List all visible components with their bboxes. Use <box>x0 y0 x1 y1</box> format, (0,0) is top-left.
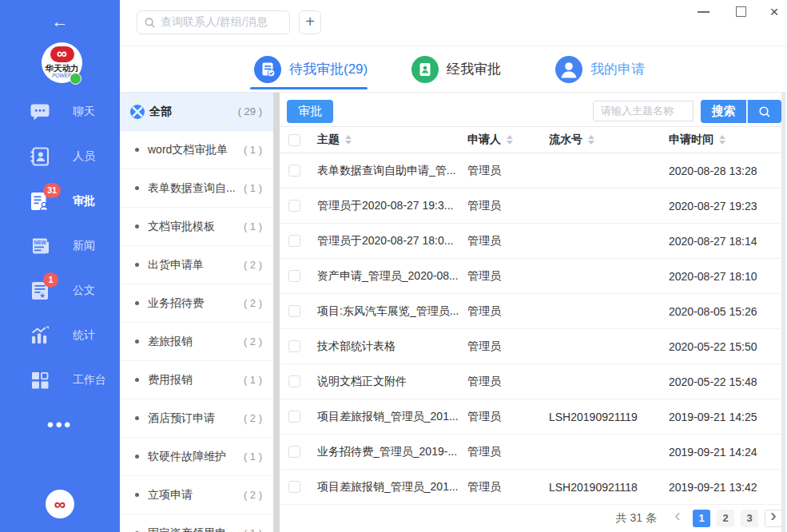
cell-subject[interactable]: 项目:东风汽车展览_管理员... <box>308 304 459 319</box>
row-checkbox[interactable] <box>288 270 300 282</box>
list-scrollbar[interactable] <box>781 93 785 532</box>
sidebar-item-label: 审批 <box>73 194 95 208</box>
category-item[interactable]: 固定资产领用申...( 1 ) <box>120 514 273 532</box>
cell-subject[interactable]: 项目差旅报销_管理员_201... <box>308 480 459 494</box>
row-checkbox[interactable] <box>288 375 300 387</box>
row-checkbox[interactable] <box>288 411 300 423</box>
page-3-button[interactable]: 3 <box>741 510 758 527</box>
next-page-button[interactable]: › <box>765 510 782 527</box>
column-header[interactable]: 申请时间 <box>659 133 781 147</box>
sidebar: ← ∞ 华天动力 POWER 聊天人员31审批NEW新闻★1公文统计工作台 ••… <box>0 0 120 532</box>
table-row[interactable]: 项目差旅报销_管理员_201...管理员LSH201909211192019-0… <box>280 399 781 435</box>
bottom-logo-icon[interactable]: ∞ <box>46 490 74 518</box>
table-row[interactable]: 说明文档正文附件管理员2020-05-22 15:48 <box>280 364 781 399</box>
sort-icon[interactable] <box>588 135 594 145</box>
category-count: ( 2 ) <box>244 489 262 501</box>
column-header[interactable]: 主题 <box>308 133 459 147</box>
cell-subject[interactable]: 说明文档正文附件 <box>308 375 459 389</box>
cell-subject[interactable]: 技术部统计表格 <box>308 339 459 354</box>
cell-subject[interactable]: 管理员于2020-08-27 18:0... <box>308 234 459 248</box>
news-icon: NEW <box>30 236 50 256</box>
category-scrollbar[interactable] <box>273 93 280 532</box>
category-item[interactable]: 软硬件故障维护( 1 ) <box>120 438 273 476</box>
bullet-icon <box>135 339 139 343</box>
column-header-label: 申请人 <box>467 133 501 147</box>
table-row[interactable]: 管理员于2020-08-27 19:3...管理员2020-08-27 19:2… <box>280 189 781 224</box>
table-row[interactable]: 项目差旅报销_管理员_201...管理员LSH201909211182019-0… <box>280 470 781 505</box>
table-header: 主题申请人流水号申请时间 <box>280 127 781 153</box>
table-row[interactable]: 项目:东风汽车展览_管理员...管理员2020-08-05 15:26 <box>280 294 781 329</box>
select-all-checkbox[interactable] <box>288 134 300 146</box>
tab-mine[interactable]: 我的申请 <box>555 46 645 92</box>
more-menu-icon[interactable]: ••• <box>0 419 120 431</box>
row-checkbox[interactable] <box>288 165 300 177</box>
page-2-button[interactable]: 2 <box>717 510 734 527</box>
search-button[interactable]: 搜索 <box>701 100 746 123</box>
category-item[interactable]: word文档审批单( 1 ) <box>120 131 273 169</box>
cell-subject[interactable]: 业务招待费_管理员_2019-... <box>308 445 459 459</box>
row-checkbox[interactable] <box>288 235 300 247</box>
prev-page-button[interactable]: ‹ <box>669 510 686 527</box>
approve-button[interactable]: 审批 <box>287 100 333 123</box>
category-item[interactable]: 文档审批模板( 1 ) <box>120 208 273 246</box>
category-label: word文档审批单 <box>148 143 228 157</box>
sidebar-item-workbench[interactable]: 工作台 <box>0 358 120 403</box>
sidebar-item-approval[interactable]: 31审批 <box>0 179 120 224</box>
row-checkbox[interactable] <box>288 340 300 352</box>
topbar: 查询联系人/群组/消息 + × <box>120 0 787 46</box>
category-item[interactable]: 差旅报销( 2 ) <box>120 323 273 361</box>
row-checkbox[interactable] <box>288 200 300 212</box>
sidebar-item-chat[interactable]: 聊天 <box>0 89 120 134</box>
row-checkbox[interactable] <box>288 305 300 317</box>
minimize-button[interactable] <box>691 0 715 26</box>
cell-subject[interactable]: 管理员于2020-08-27 19:3... <box>308 199 459 213</box>
sidebar-item-stats[interactable]: 统计 <box>0 313 120 358</box>
category-item[interactable]: 立项申请( 2 ) <box>120 476 273 514</box>
cell-time: 2020-08-05 15:26 <box>659 305 781 318</box>
bullet-icon <box>135 186 139 190</box>
close-button[interactable]: × <box>762 0 786 26</box>
people-icon <box>30 146 50 167</box>
sidebar-item-news[interactable]: NEW新闻 <box>0 224 120 268</box>
subject-search-input[interactable]: 请输入主题名称 <box>593 101 694 121</box>
cell-subject[interactable]: 表单数据查询自助申请_管... <box>308 164 459 178</box>
sort-icon[interactable] <box>719 135 725 145</box>
magnifier-button[interactable] <box>747 100 781 123</box>
back-arrow-icon[interactable]: ← <box>0 12 120 31</box>
sidebar-item-docs[interactable]: ★1公文 <box>0 268 120 313</box>
category-item[interactable]: 表单数据查询自...( 1 ) <box>120 169 273 208</box>
cell-subject[interactable]: 资产申请_管理员_2020-08... <box>308 269 459 284</box>
category-item[interactable]: 酒店预订申请( 2 ) <box>120 399 273 438</box>
row-checkbox[interactable] <box>288 481 300 493</box>
bullet-icon <box>135 148 139 152</box>
tab-reviewed[interactable]: 经我审批 <box>411 46 501 92</box>
add-button[interactable]: + <box>299 10 321 34</box>
category-item[interactable]: 出货申请单( 2 ) <box>120 246 273 284</box>
cell-serial: LSH20190921118 <box>540 481 659 494</box>
maximize-button[interactable] <box>729 0 753 26</box>
category-item[interactable]: 全部( 29 ) <box>120 93 273 131</box>
cell-applicant: 管理员 <box>459 269 540 284</box>
stats-icon <box>30 325 50 346</box>
page-1-button[interactable]: 1 <box>693 510 710 527</box>
tab-pending[interactable]: 待我审批(29) <box>254 46 368 92</box>
contact-search-input[interactable]: 查询联系人/群组/消息 <box>137 10 290 34</box>
column-header[interactable]: 申请人 <box>459 133 540 147</box>
sort-icon[interactable] <box>345 135 352 145</box>
category-item[interactable]: 费用报销( 1 ) <box>120 361 273 399</box>
table-row[interactable]: 业务招待费_管理员_2019-...管理员2019-09-21 14:24 <box>280 435 781 470</box>
pending-tab-icon <box>254 56 281 83</box>
table-row[interactable]: 资产申请_管理员_2020-08...管理员2020-08-27 18:10 <box>280 259 781 294</box>
cell-subject[interactable]: 项目差旅报销_管理员_201... <box>308 410 459 424</box>
row-checkbox[interactable] <box>288 446 300 458</box>
sidebar-item-people[interactable]: 人员 <box>0 134 120 179</box>
bullet-icon <box>135 378 139 382</box>
table-row[interactable]: 表单数据查询自助申请_管...管理员2020-08-28 13:28 <box>280 153 781 189</box>
category-item[interactable]: 业务招待费( 2 ) <box>120 284 273 323</box>
cell-time: 2019-09-21 14:24 <box>659 446 781 459</box>
sort-icon[interactable] <box>507 135 513 145</box>
table-row[interactable]: 管理员于2020-08-27 18:0...管理员2020-08-27 18:1… <box>280 224 781 259</box>
table-row[interactable]: 技术部统计表格管理员2020-05-22 15:50 <box>280 329 781 364</box>
bullet-icon <box>135 224 139 228</box>
column-header[interactable]: 流水号 <box>540 133 659 147</box>
